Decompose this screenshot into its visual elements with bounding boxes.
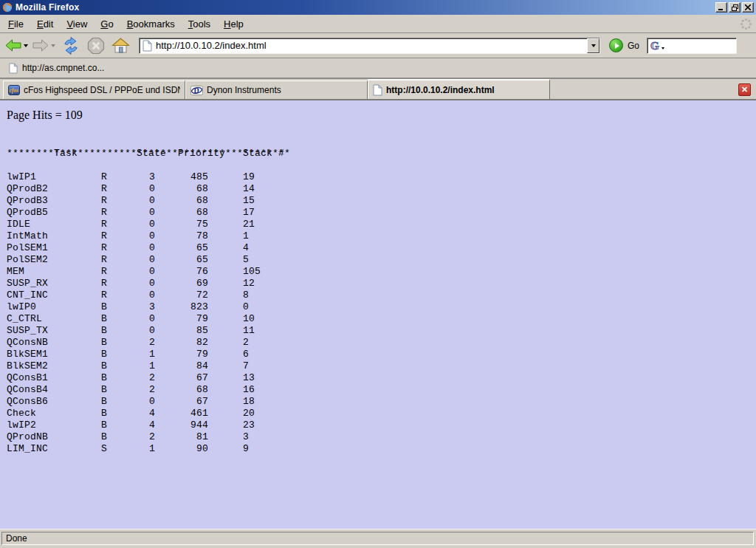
cell-task: QConsB1 (7, 372, 101, 384)
table-row: QConsNBB2822 (7, 337, 290, 349)
tab-close-button[interactable]: ✕ (738, 83, 751, 96)
cell-state: R (101, 266, 149, 278)
page-icon (373, 84, 382, 96)
cell-stack: 68 (190, 384, 208, 396)
svg-text:cfos: cfos (10, 87, 19, 94)
cell-state: R (101, 230, 149, 242)
cell-priority: 0 (149, 396, 190, 408)
browser-window: Mozilla Firefox File Edit View Go Bookma… (0, 0, 756, 548)
cell-state: B (101, 408, 149, 419)
cell-num: 23 (243, 419, 255, 431)
task-table-body: lwIP1R348519QProdB2R06814QProdB3R06815QP… (7, 171, 290, 455)
forward-dropdown-caret[interactable] (51, 44, 55, 47)
cell-state: B (101, 325, 149, 337)
cell-priority: 4 (149, 419, 190, 431)
restore-button[interactable] (729, 2, 740, 13)
menu-bookmarks[interactable]: Bookmarks (120, 16, 182, 32)
url-input[interactable] (156, 39, 587, 52)
close-button[interactable] (742, 2, 754, 13)
cell-stack: 75 (190, 219, 208, 230)
cell-priority: 0 (149, 183, 190, 195)
cell-priority: 0 (149, 290, 190, 301)
stop-button[interactable] (87, 37, 105, 55)
back-button[interactable] (5, 39, 28, 52)
cell-num: 9 (243, 443, 249, 455)
cell-task: IntMath (7, 230, 101, 242)
table-row: QProdB3R06815 (7, 195, 290, 207)
url-dropdown-button[interactable] (587, 38, 599, 53)
bookmark-item[interactable]: http://as.cmpnet.co... (6, 61, 107, 75)
cell-priority: 0 (149, 254, 190, 266)
table-row: LIM_INCS1909 (7, 443, 290, 455)
tab-active-index[interactable]: http://10.0.10.2/index.html (368, 79, 550, 99)
table-row: BlkSEM1B1796 (7, 349, 290, 360)
url-bar[interactable] (139, 38, 600, 54)
tab-label: http://10.0.10.2/index.html (386, 85, 495, 95)
search-input[interactable] (664, 41, 736, 51)
cell-priority: 2 (149, 384, 190, 396)
cell-priority: 0 (149, 207, 190, 219)
cell-state: B (101, 301, 149, 313)
cell-priority: 3 (149, 171, 190, 183)
cell-num: 8 (243, 290, 249, 301)
cell-stack: 485 (190, 171, 208, 183)
home-button[interactable] (111, 38, 130, 54)
tab-dynon[interactable]: D Dynon Instruments (185, 81, 368, 99)
menu-edit[interactable]: Edit (30, 16, 60, 32)
cell-task: IDLE (7, 219, 101, 230)
table-row: SUSP_TXB08511 (7, 325, 290, 337)
cell-task: Check (7, 408, 101, 419)
forward-button[interactable] (32, 39, 55, 52)
table-row: MEMR076105 (7, 266, 290, 278)
cell-state: R (101, 219, 149, 230)
cell-num: 16 (243, 384, 255, 396)
cell-num: 7 (243, 360, 249, 372)
cell-num: 17 (243, 207, 255, 219)
go-label[interactable]: Go (628, 41, 639, 51)
cell-stack: 82 (190, 337, 208, 349)
cell-task: QConsB6 (7, 396, 101, 408)
svg-text:G: G (650, 40, 659, 52)
table-row: lwIP0B38230 (7, 301, 290, 313)
back-dropdown-caret[interactable] (24, 44, 28, 47)
cell-task: QProdB5 (7, 207, 101, 219)
cell-num: 4 (243, 242, 249, 254)
cell-priority: 0 (149, 195, 190, 207)
cell-stack: 67 (190, 372, 208, 384)
cell-state: B (101, 360, 149, 372)
cell-task: PolSEM1 (7, 242, 101, 254)
cell-num: 2 (243, 337, 249, 349)
window-title: Mozilla Firefox (16, 2, 79, 13)
cfos-icon: cfos (8, 84, 20, 96)
cell-stack: 65 (190, 242, 208, 254)
cell-stack: 944 (190, 419, 208, 431)
reload-button[interactable] (61, 37, 80, 55)
minimize-button[interactable] (715, 2, 727, 13)
cell-task: CNT_INC (7, 290, 101, 301)
menu-file[interactable]: File (1, 16, 30, 32)
go-button[interactable] (609, 38, 623, 52)
table-separator: ****************************************… (7, 148, 290, 160)
cell-state: B (101, 372, 149, 384)
cell-state: R (101, 242, 149, 254)
cell-num: 6 (243, 349, 249, 360)
cell-task: QConsNB (7, 337, 101, 349)
search-box[interactable]: G G (647, 38, 737, 54)
cell-state: R (101, 278, 149, 290)
cell-state: R (101, 207, 149, 219)
cell-num: 3 (243, 431, 249, 443)
menu-view[interactable]: View (60, 16, 94, 32)
firefox-icon (2, 2, 13, 13)
cell-priority: 0 (149, 278, 190, 290)
cell-priority: 0 (149, 230, 190, 242)
cell-stack: 90 (190, 443, 208, 455)
menu-help[interactable]: Help (217, 16, 250, 32)
menu-go[interactable]: Go (94, 16, 120, 32)
google-g-icon[interactable]: G G (650, 40, 661, 52)
tab-cfos[interactable]: cfos cFos Highspeed DSL / PPPoE und ISDN… (3, 81, 185, 99)
table-row: SUSP_RXR06912 (7, 278, 290, 290)
cell-task: QProdNB (7, 431, 101, 443)
menu-tools[interactable]: Tools (182, 16, 217, 32)
cell-stack: 67 (190, 396, 208, 408)
cell-priority: 2 (149, 431, 190, 443)
